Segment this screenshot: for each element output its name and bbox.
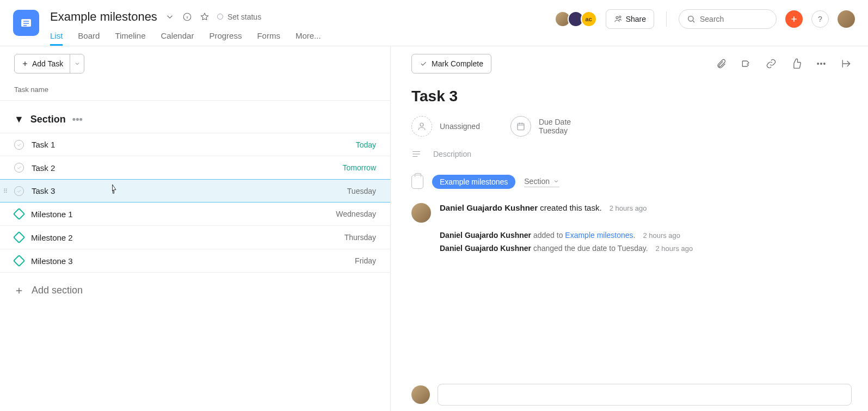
drag-grip-icon[interactable]: ⠿ (3, 189, 8, 193)
task-date: Friday (355, 256, 376, 265)
task-row[interactable]: Task 2 Tomorrow (0, 156, 390, 180)
svg-point-7 (821, 63, 822, 65)
svg-point-6 (817, 63, 819, 65)
task-date: Today (356, 140, 376, 149)
task-row[interactable]: Task 1 Today (0, 133, 390, 156)
check-icon (420, 60, 427, 68)
add-section-button[interactable]: Add section (0, 273, 390, 308)
tab-calendar[interactable]: Calendar (161, 31, 194, 46)
like-icon[interactable] (791, 58, 802, 69)
avatar (411, 203, 431, 223)
attachment-icon[interactable] (716, 58, 727, 69)
task-row[interactable]: Milestone 1 Wednesday (0, 203, 390, 226)
task-row[interactable]: Milestone 2 Thursday (0, 226, 390, 249)
add-task-main[interactable]: Add Task (15, 59, 70, 68)
chevron-down-icon[interactable] (165, 12, 175, 22)
search-icon (687, 15, 695, 23)
collapse-triangle-icon[interactable]: ▼ (14, 114, 24, 125)
due-date-field[interactable]: Due Date Tuesday (510, 116, 571, 137)
task-row[interactable]: ⠿ Task 3 Tuesday (0, 179, 390, 203)
current-user-avatar[interactable] (838, 10, 855, 28)
milestone-diamond-icon[interactable] (13, 231, 26, 244)
person-icon (411, 116, 432, 137)
add-task-button: Add Task (14, 54, 84, 73)
due-date-value: Tuesday (539, 126, 571, 135)
tab-board[interactable]: Board (78, 31, 100, 46)
share-label: Share (626, 15, 646, 23)
task-detail-title[interactable]: Task 3 (391, 81, 868, 116)
tab-more[interactable]: More... (296, 31, 321, 46)
collapse-pane-icon[interactable] (841, 58, 852, 69)
assignee-field[interactable]: Unassigned (411, 116, 480, 137)
plus-icon (14, 286, 24, 296)
task-project-row: Example milestones Section (391, 175, 868, 203)
complete-check-icon[interactable] (14, 140, 24, 150)
activity-project-link[interactable]: Example milestones (565, 231, 633, 240)
task-date: Wednesday (336, 210, 376, 218)
mark-complete-label: Mark Complete (432, 59, 483, 68)
search-box[interactable] (679, 9, 777, 29)
assignee-label: Unassigned (440, 122, 480, 131)
due-date-label: Due Date (539, 118, 571, 126)
section-name: Section (30, 114, 66, 125)
task-name: Task 1 (32, 140, 356, 149)
task-date: Tuesday (347, 187, 376, 195)
task-row[interactable]: Milestone 3 Friday (0, 249, 390, 273)
activity-timestamp: 2 hours ago (643, 231, 680, 240)
svg-point-8 (824, 63, 826, 65)
search-input[interactable] (700, 15, 765, 23)
comment-input[interactable] (438, 384, 852, 406)
star-icon[interactable] (200, 12, 210, 22)
milestone-diamond-icon[interactable] (13, 255, 26, 267)
section-more-icon[interactable]: ••• (72, 114, 83, 125)
subtask-icon[interactable] (741, 58, 752, 69)
link-icon[interactable] (766, 58, 777, 69)
task-list: Task 1 Today Task 2 Tomorrow ⠿ Task 3 Tu… (0, 133, 390, 273)
task-name: Task 2 (32, 163, 343, 173)
project-pill[interactable]: Example milestones (432, 175, 515, 189)
add-section-label: Add section (32, 285, 83, 296)
avatar (411, 385, 430, 404)
task-name: Milestone 2 (31, 233, 344, 242)
complete-check-icon[interactable] (14, 186, 24, 196)
share-button[interactable]: Share (606, 9, 654, 29)
section-header[interactable]: ▼ Section ••• (0, 101, 390, 133)
more-icon[interactable] (816, 58, 827, 69)
tab-timeline[interactable]: Timeline (115, 31, 145, 46)
help-button[interactable]: ? (811, 10, 829, 28)
project-title[interactable]: Example milestones (50, 10, 157, 24)
milestone-diamond-icon[interactable] (13, 208, 26, 220)
calendar-icon (510, 116, 531, 137)
task-detail-pane: Mark Complete Task 3 Unassigned (391, 46, 868, 411)
description-placeholder: Description (433, 150, 471, 158)
member-avatars[interactable]: ac (555, 11, 597, 27)
description-icon (411, 150, 421, 158)
mark-complete-button[interactable]: Mark Complete (411, 54, 491, 73)
avatar: ac (581, 11, 597, 27)
tab-forms[interactable]: Forms (257, 31, 280, 46)
section-dd-label: Section (524, 177, 550, 186)
divider (666, 11, 667, 27)
view-tabs: List Board Timeline Calendar Progress Fo… (50, 26, 555, 46)
task-name: Milestone 3 (31, 256, 355, 266)
app-header: Example milestones Set status List Board… (0, 0, 868, 46)
section-dropdown[interactable]: Section (524, 177, 559, 187)
activity-sub-entries: Daniel Guajardo Kushner added to Example… (411, 229, 847, 255)
svg-point-2 (616, 16, 618, 19)
tab-list[interactable]: List (50, 31, 63, 46)
tab-progress[interactable]: Progress (209, 31, 242, 46)
comment-composer (411, 384, 852, 406)
description-field[interactable]: Description (391, 150, 868, 175)
task-name: Task 3 (32, 186, 347, 195)
column-header-task-name: Task name (0, 81, 390, 101)
project-icon[interactable] (13, 10, 39, 36)
set-status[interactable]: Set status (217, 13, 261, 21)
task-list-pane: Add Task Task name ▼ Section ••• Task 1 … (0, 46, 391, 411)
plus-icon (21, 60, 29, 68)
task-date: Tomorrow (343, 163, 376, 172)
global-add-button[interactable] (785, 10, 803, 28)
add-task-dropdown[interactable] (70, 54, 84, 73)
complete-check-icon[interactable] (14, 163, 24, 173)
info-icon[interactable] (182, 12, 192, 22)
svg-rect-10 (518, 124, 524, 130)
